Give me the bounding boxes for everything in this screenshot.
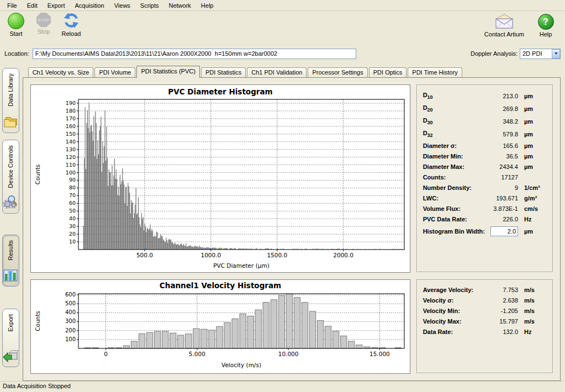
start-icon — [8, 13, 24, 29]
start-button[interactable]: Start — [4, 13, 28, 37]
help-button[interactable]: ? Help — [534, 14, 557, 38]
svg-text:140: 140 — [66, 139, 76, 145]
start-label: Start — [9, 31, 22, 37]
doppler-analysis-select[interactable]: 2D PDI — [520, 49, 561, 59]
diameter-stat-row-10: Volume Flux:3.873E-1cm/s — [423, 203, 547, 214]
sidebar: Data LibraryDevice ControlsResultsExport — [0, 62, 22, 381]
svg-text:500.0: 500.0 — [136, 252, 153, 258]
menu-item-acquisition[interactable]: Acquisition — [70, 1, 109, 10]
sidebar-item-device-controls[interactable]: Device Controls — [2, 140, 19, 214]
diameter-stat-unit: µm — [518, 93, 547, 99]
envelope-icon — [495, 14, 514, 30]
sidebar-item-label: Data Library — [7, 73, 14, 107]
sidebar-item-results[interactable]: Results — [2, 235, 19, 287]
diameter-stat-label: Counts: — [423, 174, 485, 181]
tab-pdi-statistics[interactable]: PDI Statistics — [201, 67, 246, 77]
tab-pdi-optics[interactable]: PDI Optics — [369, 67, 407, 77]
histogram-bin-width-wrap — [485, 226, 518, 236]
tab-processor-settings[interactable]: Processor Settings — [308, 67, 367, 77]
svg-text:20: 20 — [69, 231, 76, 237]
histogram-bin-width-input[interactable] — [490, 226, 518, 236]
tab-pdi-time-history[interactable]: PDI Time History — [408, 67, 462, 77]
doppler-analysis-label: Doppler Analysis: — [471, 50, 518, 57]
velocity-stat-value: 15.797 — [485, 318, 518, 325]
velocity-stat-unit: Hz — [518, 329, 547, 335]
diameter-stat-label: Number Density: — [423, 184, 485, 191]
svg-text:160: 160 — [66, 123, 76, 129]
svg-text:PVC Diameter Histogram: PVC Diameter Histogram — [168, 87, 272, 96]
chevron-down-icon[interactable] — [552, 49, 560, 59]
location-row: Location: Doppler Analysis: 2D PDI — [0, 47, 565, 62]
svg-text:120: 120 — [66, 154, 76, 160]
toolbar-right-group: Contact Artium ? Help — [484, 13, 557, 38]
diameter-stat-unit: cm/s — [518, 205, 547, 212]
velocity-stat-row-4: Data Rate:132.0Hz — [423, 326, 547, 337]
menu-item-export[interactable]: Export — [43, 1, 70, 10]
sidebar-item-export[interactable]: Export — [2, 309, 19, 367]
status-bar: Data Acquisition Stopped — [0, 381, 565, 392]
diameter-stat-row-8: Number Density:91/cm³ — [423, 182, 547, 193]
velocity-stat-row-0: Average Velocity:7.753m/s — [423, 284, 547, 295]
svg-text:0: 0 — [104, 351, 108, 357]
diameter-stat-label: D32 — [423, 130, 485, 138]
velocity-stat-unit: m/s — [518, 287, 547, 293]
menu-item-network[interactable]: Network — [163, 1, 196, 10]
diameter-stat-unit: µm — [518, 142, 547, 149]
gear-search-icon — [3, 195, 18, 210]
svg-text:500: 500 — [65, 300, 76, 306]
diameter-stat-unit: µm — [518, 131, 547, 137]
menu-item-file[interactable]: File — [2, 1, 22, 10]
stop-icon: STOP — [36, 13, 51, 27]
menu-item-edit[interactable]: Edit — [22, 1, 43, 10]
sidebar-item-data-library[interactable]: Data Library — [2, 68, 19, 133]
tab-pdi-statistics-pvc[interactable]: PDI Statistics (PVC) — [136, 66, 199, 78]
velocity-stat-label: Velocity Max: — [423, 318, 485, 325]
velocity-stat-row-2: Velocity Min:-1.205m/s — [423, 305, 547, 316]
reload-button[interactable]: Reload — [60, 13, 83, 37]
diameter-stat-label: Diameter Max: — [423, 163, 485, 170]
diameter-stat-unit: µm — [518, 153, 547, 160]
velocity-stat-label: Velocity Min: — [423, 308, 485, 314]
tab-pdi-volume[interactable]: PDI Volume — [94, 67, 135, 77]
doppler-analysis-value: 2D PDI — [520, 50, 552, 57]
reload-icon — [63, 13, 80, 29]
diameter-stat-row-6: Diameter Max:2434.4µm — [423, 161, 547, 172]
diameter-stat-label: Diameter σ: — [423, 142, 485, 149]
stop-label: Stop — [38, 29, 50, 35]
diameter-stat-value: 3.873E-1 — [485, 205, 518, 212]
contact-artium-label: Contact Artium — [484, 31, 524, 38]
svg-text:1500.0: 1500.0 — [267, 252, 287, 258]
tab-ch1-velocity-vs-size[interactable]: Ch1 Velocity vs. Size — [28, 67, 94, 77]
velocity-stat-value: -1.205 — [485, 308, 518, 314]
diameter-stat-label: LWC: — [423, 195, 485, 202]
menu-item-scripts[interactable]: Scripts — [135, 1, 164, 10]
diameter-stat-label: D10 — [423, 92, 485, 100]
stop-button[interactable]: STOP Stop — [32, 13, 55, 37]
svg-text:100: 100 — [66, 169, 76, 176]
velocity-stat-row-3: Velocity Max:15.797m/s — [423, 316, 547, 326]
help-icon: ? — [538, 14, 554, 30]
diameter-stat-value: 9 — [485, 184, 518, 191]
svg-text:100: 100 — [65, 336, 76, 342]
diameter-stat-value: 17127 — [485, 174, 518, 181]
svg-text:10: 10 — [69, 239, 76, 245]
diameter-stat-row-1: D20269.8µm — [423, 102, 547, 115]
tab-ch1-pdi-validation[interactable]: Ch1 PDI Validation — [247, 67, 307, 77]
velocity-stat-unit: m/s — [518, 308, 547, 314]
toolbar: Start STOP Stop Reload — [0, 11, 565, 47]
svg-text:Counts: Counts — [34, 311, 41, 331]
contact-artium-button[interactable]: Contact Artium — [484, 14, 524, 38]
svg-text:600: 600 — [65, 292, 76, 298]
diameter-stat-value: 193.671 — [485, 195, 518, 202]
diameter-stat-row-2: D30348.2µm — [423, 115, 547, 128]
diameter-stats-panel: D10213.0µmD20269.8µmD30348.2µmD32579.8µm… — [416, 84, 553, 273]
diameter-stat-value: 579.8 — [485, 131, 518, 137]
location-label: Location: — [4, 50, 29, 57]
velocity-stat-row-1: Velocity σ:2.638m/s — [423, 295, 547, 305]
menu-item-views[interactable]: Views — [109, 1, 135, 10]
menu-item-help[interactable]: Help — [196, 1, 219, 10]
location-input[interactable] — [33, 49, 356, 59]
diameter-stat-unit: µm — [518, 118, 547, 125]
application-window: FileEditExportAcquisitionViewsScriptsNet… — [0, 0, 565, 392]
diameter-stat-label: PVC Data Rate: — [423, 216, 485, 223]
